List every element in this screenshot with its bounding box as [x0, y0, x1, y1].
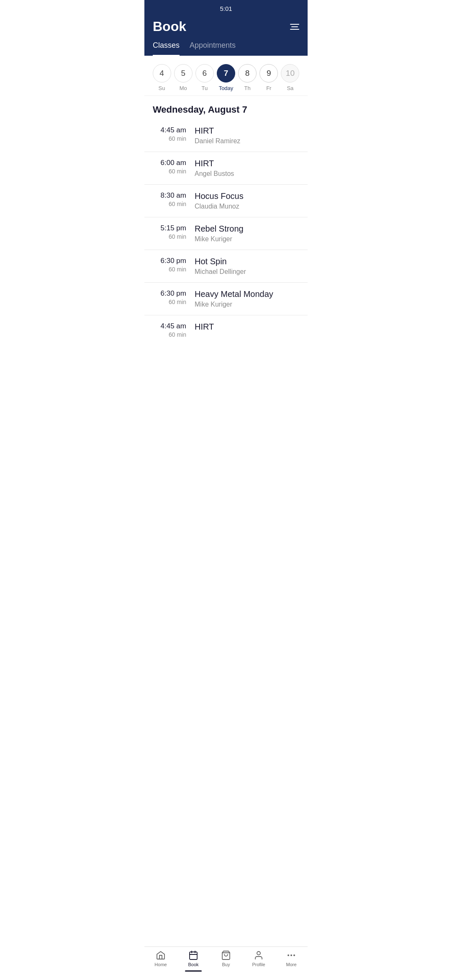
- class-details-1: HIRT Daniel Ramirez: [195, 126, 299, 145]
- day-7-today[interactable]: 7 Today: [217, 64, 235, 91]
- class-item-2[interactable]: 6:00 am 60 min HIRT Angel Bustos: [144, 152, 308, 185]
- filter-line-2: [291, 26, 298, 27]
- day-number-6: 6: [195, 64, 214, 83]
- day-label-10: Sa: [287, 85, 293, 91]
- status-time: 5:01: [220, 5, 232, 12]
- calendar-strip: 4 Su 5 Mo 6 Tu 7 Today 8 Th 9 Fr 10 Sa: [144, 56, 308, 96]
- tab-classes[interactable]: Classes: [153, 41, 180, 56]
- class-time-3: 8:30 am 60 min: [153, 191, 195, 207]
- filter-line-1: [290, 24, 299, 25]
- class-time-7: 4:45 am 60 min: [153, 322, 195, 338]
- day-number-7: 7: [217, 64, 235, 83]
- day-6[interactable]: 6 Tu: [195, 64, 214, 91]
- day-label-8: Th: [244, 85, 251, 91]
- day-number-5: 5: [174, 64, 193, 83]
- class-item-7[interactable]: 4:45 am 60 min HIRT: [144, 315, 308, 345]
- day-4[interactable]: 4 Su: [153, 64, 171, 91]
- day-10[interactable]: 10 Sa: [281, 64, 299, 91]
- class-list: 4:45 am 60 min HIRT Daniel Ramirez 6:00 …: [144, 119, 308, 345]
- day-number-4: 4: [153, 64, 171, 83]
- class-details-4: Rebel Strong Mike Kuriger: [195, 224, 299, 243]
- class-time-4: 5:15 pm 60 min: [153, 224, 195, 240]
- filter-line-3: [290, 29, 299, 30]
- date-heading: Wednesday, August 7: [144, 96, 308, 119]
- tab-bar: Classes Appointments: [144, 41, 308, 56]
- class-details-2: HIRT Angel Bustos: [195, 159, 299, 178]
- class-time-5: 6:30 pm 60 min: [153, 257, 195, 273]
- day-number-10: 10: [281, 64, 299, 83]
- class-item-1[interactable]: 4:45 am 60 min HIRT Daniel Ramirez: [144, 119, 308, 152]
- day-number-8: 8: [238, 64, 257, 83]
- class-details-7: HIRT: [195, 322, 299, 333]
- header: Book: [144, 15, 308, 41]
- day-label-6: Tu: [201, 85, 208, 91]
- day-5[interactable]: 5 Mo: [174, 64, 193, 91]
- tab-appointments[interactable]: Appointments: [190, 41, 236, 56]
- day-label-5: Mo: [180, 85, 187, 91]
- page-title: Book: [153, 19, 186, 34]
- day-8[interactable]: 8 Th: [238, 64, 257, 91]
- class-item-5[interactable]: 6:30 pm 60 min Hot Spin Michael Dellinge…: [144, 250, 308, 283]
- class-time-1: 4:45 am 60 min: [153, 126, 195, 142]
- class-details-5: Hot Spin Michael Dellinger: [195, 257, 299, 276]
- class-item-6[interactable]: 6:30 pm 60 min Heavy Metal Monday Mike K…: [144, 283, 308, 315]
- class-item-3[interactable]: 8:30 am 60 min Hocus Focus Claudia Munoz: [144, 185, 308, 217]
- day-9[interactable]: 9 Fr: [259, 64, 278, 91]
- class-details-3: Hocus Focus Claudia Munoz: [195, 191, 299, 210]
- class-item-4[interactable]: 5:15 pm 60 min Rebel Strong Mike Kuriger: [144, 217, 308, 250]
- day-label-7: Today: [219, 85, 234, 91]
- day-label-4: Su: [159, 85, 165, 91]
- class-details-6: Heavy Metal Monday Mike Kuriger: [195, 289, 299, 308]
- filter-icon[interactable]: [290, 24, 299, 30]
- class-time-2: 6:00 am 60 min: [153, 159, 195, 175]
- class-time-6: 6:30 pm 60 min: [153, 289, 195, 305]
- day-number-9: 9: [259, 64, 278, 83]
- day-label-9: Fr: [266, 85, 271, 91]
- status-bar: 5:01: [144, 0, 308, 15]
